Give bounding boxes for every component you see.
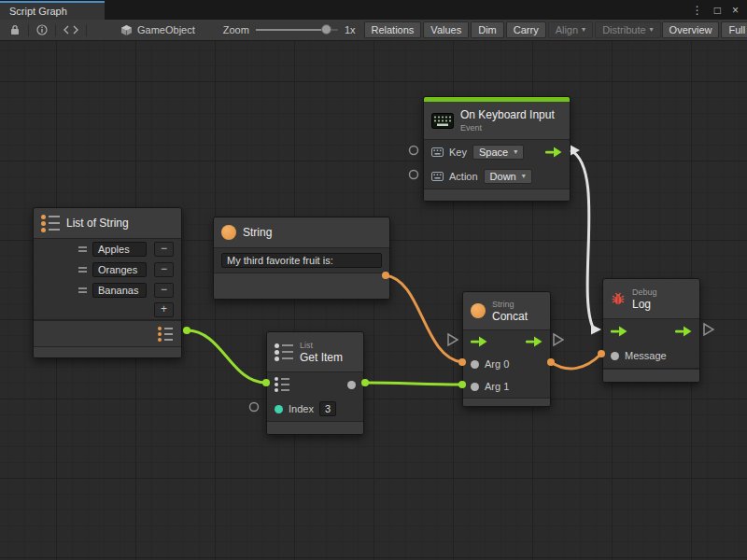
edit-graph-button[interactable] bbox=[58, 21, 84, 38]
flow-row bbox=[603, 319, 699, 343]
node-get-item[interactable]: List Get Item Index 3 bbox=[266, 331, 364, 435]
drag-handle-icon[interactable] bbox=[78, 246, 87, 252]
tab-script-graph[interactable]: Script Graph bbox=[0, 1, 105, 20]
string-type-icon bbox=[221, 225, 236, 240]
dropdown-arrow-icon: ▾ bbox=[582, 22, 585, 37]
angle-brackets-icon bbox=[63, 25, 78, 35]
arg0-label: Arg 0 bbox=[485, 358, 509, 370]
node-on-keyboard-input[interactable]: On Keyboard Input Event Key Space ▾ bbox=[423, 96, 571, 202]
unity-cube-icon bbox=[120, 24, 133, 36]
info-icon bbox=[36, 24, 48, 35]
node-category: List bbox=[300, 341, 343, 350]
add-item-button[interactable]: + bbox=[154, 302, 174, 317]
key-dropdown[interactable]: Space ▾ bbox=[472, 145, 524, 160]
flow-out-port[interactable] bbox=[526, 336, 543, 347]
zoom-value: 1x bbox=[345, 24, 356, 35]
node-list-of-string[interactable]: List of String Apples − Oranges − Banana… bbox=[33, 207, 182, 358]
dropdown-arrow-icon: ▾ bbox=[514, 146, 517, 159]
values-toggle[interactable]: Values bbox=[423, 21, 469, 38]
keyboard-icon bbox=[431, 113, 454, 129]
window-maximize-icon[interactable]: □ bbox=[714, 5, 721, 16]
node-title: Concat bbox=[492, 311, 528, 323]
string-type-icon bbox=[471, 303, 486, 318]
carry-toggle[interactable]: Carry bbox=[506, 21, 546, 38]
message-label: Message bbox=[625, 350, 667, 361]
toolbar-separator bbox=[55, 24, 56, 36]
toolbar-separator bbox=[28, 24, 29, 36]
lock-button[interactable] bbox=[4, 21, 26, 38]
list-item-field[interactable]: Oranges bbox=[92, 262, 147, 277]
index-input-port[interactable] bbox=[275, 405, 283, 413]
dropdown-arrow-icon: ▾ bbox=[522, 170, 526, 183]
window-close-icon[interactable]: × bbox=[732, 5, 739, 16]
fullscreen-button[interactable]: Full Scre bbox=[721, 21, 747, 38]
node-string-literal[interactable]: String My third favorite fruit is: bbox=[213, 217, 390, 300]
list-item-row: Bananas − bbox=[34, 280, 181, 301]
bug-icon bbox=[611, 291, 626, 306]
gameobject-reference[interactable]: GameObject bbox=[120, 24, 195, 36]
index-field[interactable]: 3 bbox=[319, 401, 336, 416]
arg0-row: Arg 0 bbox=[463, 353, 550, 375]
lock-icon bbox=[9, 24, 21, 35]
node-log[interactable]: Debug Log Message bbox=[602, 278, 700, 383]
string-value-field[interactable]: My third favorite fruit is: bbox=[221, 253, 382, 268]
node-footer bbox=[34, 346, 181, 357]
node-title: Log bbox=[632, 299, 657, 311]
window-controls: ⋮ □ × bbox=[684, 0, 747, 20]
flow-out-port[interactable] bbox=[545, 147, 562, 158]
drag-handle-icon[interactable] bbox=[78, 287, 87, 293]
node-footer bbox=[424, 189, 570, 201]
message-row: Message bbox=[603, 343, 699, 368]
list-output-row bbox=[34, 320, 181, 346]
flow-in-port[interactable] bbox=[611, 326, 627, 337]
list-item-field[interactable]: Bananas bbox=[92, 283, 147, 298]
flow-in-port[interactable] bbox=[471, 336, 487, 347]
zoom-slider[interactable] bbox=[256, 23, 338, 36]
node-title: On Keyboard Input bbox=[460, 109, 555, 121]
arg1-row: Arg 1 bbox=[463, 375, 550, 398]
index-row: Index 3 bbox=[267, 397, 363, 421]
window-menu-icon[interactable]: ⋮ bbox=[692, 5, 703, 16]
titlebar: Script Graph ⋮ □ × bbox=[0, 0, 747, 20]
drag-handle-icon[interactable] bbox=[78, 267, 87, 273]
info-button[interactable] bbox=[31, 21, 53, 38]
overview-button[interactable]: Overview bbox=[662, 21, 720, 38]
node-subtitle: Event bbox=[460, 123, 555, 133]
list-input-port-icon[interactable] bbox=[275, 377, 289, 392]
remove-item-button[interactable]: − bbox=[154, 262, 174, 277]
zoom-slider-fill bbox=[256, 29, 327, 31]
key-row: Key Space ▾ bbox=[424, 140, 570, 164]
tab-title: Script Graph bbox=[9, 6, 67, 17]
action-row: Action Down ▾ bbox=[424, 164, 570, 189]
dim-toggle[interactable]: Dim bbox=[471, 21, 504, 38]
node-header: Debug Log bbox=[603, 279, 699, 318]
arg1-input-port[interactable] bbox=[471, 383, 479, 391]
item-output-port[interactable] bbox=[347, 381, 356, 389]
gameobject-label: GameObject bbox=[137, 24, 195, 35]
message-input-port[interactable] bbox=[611, 352, 619, 360]
mini-keyboard-icon bbox=[431, 172, 444, 181]
node-footer bbox=[463, 399, 550, 406]
align-dropdown-button[interactable]: Align ▾ bbox=[548, 21, 593, 38]
node-footer bbox=[603, 369, 699, 382]
remove-item-button[interactable]: − bbox=[154, 283, 174, 298]
node-concat[interactable]: String Concat Arg 0 Arg 1 bbox=[462, 291, 551, 407]
node-header: String Concat bbox=[463, 292, 550, 329]
arg0-input-port[interactable] bbox=[471, 360, 479, 369]
node-title: Get Item bbox=[300, 352, 343, 364]
action-dropdown[interactable]: Down ▾ bbox=[484, 169, 532, 184]
flow-out-port[interactable] bbox=[675, 326, 692, 337]
node-header: String bbox=[214, 217, 389, 247]
node-title: String bbox=[243, 227, 272, 239]
add-item-row: + bbox=[34, 301, 181, 319]
list-item-field[interactable]: Apples bbox=[92, 242, 147, 257]
list-output-port-icon[interactable] bbox=[158, 327, 173, 342]
distribute-dropdown-button[interactable]: Distribute ▾ bbox=[595, 21, 660, 38]
zoom-slider-handle[interactable] bbox=[321, 24, 331, 35]
string-value-row: My third favorite fruit is: bbox=[214, 248, 389, 273]
relations-toggle[interactable]: Relations bbox=[364, 21, 422, 38]
list-item-row: Apples − bbox=[34, 239, 181, 259]
node-title: List of String bbox=[66, 217, 129, 230]
node-header: On Keyboard Input Event bbox=[424, 102, 570, 139]
remove-item-button[interactable]: − bbox=[154, 242, 174, 257]
